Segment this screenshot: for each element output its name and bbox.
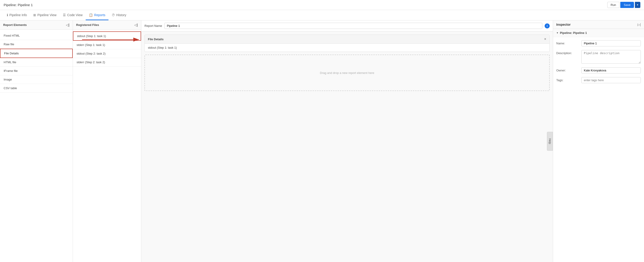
help-tab[interactable]: Help <box>547 132 553 151</box>
tab-code-view[interactable]: ☰ Code View <box>60 10 86 20</box>
tab-history[interactable]: ⏱ History <box>108 10 130 20</box>
form-label-description: Description: <box>556 50 579 55</box>
form-label-tags: Tags: <box>556 77 579 82</box>
file-details-container: File Details × stdout (Step 1: task 1) D… <box>141 31 553 262</box>
file-item-stdout-2[interactable]: stdout (Step 2: task 2) <box>73 49 141 58</box>
panel-registered-files: Registered Files ◁| stdout (Step 1: task… <box>73 20 141 262</box>
inspector-section-title-text: Pipeline: Pipeline 1 <box>560 31 587 35</box>
file-item-stdout-1[interactable]: stdout (Step 1: task 1) <box>73 31 141 41</box>
tags-input[interactable] <box>581 77 641 83</box>
element-list: Fixed HTML Raw file File Details HTML fi… <box>0 29 73 94</box>
chevron-down-icon: ▼ <box>556 32 558 34</box>
pipeline-info-icon: ℹ <box>7 13 8 17</box>
file-item-stderr-1[interactable]: stderr (Step 1: task 1) <box>73 41 141 49</box>
file-details-card: File Details × stdout (Step 1: task 1) <box>144 35 550 52</box>
element-item-fixed-html[interactable]: Fixed HTML <box>0 31 73 40</box>
tab-pipeline-view[interactable]: ⊞ Pipeline View <box>30 10 60 20</box>
inspector-title: Inspector <box>556 23 570 26</box>
run-button[interactable]: Run <box>607 2 620 8</box>
report-name-label: Report Name <box>144 24 162 27</box>
report-elements-title: Report Elements <box>3 23 27 27</box>
collapse-registered-files-button[interactable]: ◁| <box>134 23 138 27</box>
reports-icon: 📋 <box>89 13 93 17</box>
file-details-close-button[interactable]: × <box>544 37 546 41</box>
element-item-iframe-file[interactable]: IFrame file <box>0 67 73 75</box>
element-item-html-file[interactable]: HTML file <box>0 58 73 67</box>
save-dropdown-button[interactable]: ▾ <box>635 2 640 8</box>
inspector-header: Inspector ▷| <box>553 20 644 29</box>
file-details-card-header: File Details × <box>145 35 550 44</box>
file-details-content: stdout (Step 1: task 1) <box>145 44 550 52</box>
form-label-owner: Owner: <box>556 67 579 72</box>
history-icon: ⏱ <box>112 13 115 17</box>
pipeline-view-icon: ⊞ <box>33 13 36 17</box>
inspector-collapse-button[interactable]: ▷| <box>638 23 641 26</box>
main-layout: Report Elements ◁| Fixed HTML Raw file F… <box>0 20 644 262</box>
element-item-raw-file[interactable]: Raw file <box>0 40 73 49</box>
name-input[interactable] <box>581 40 641 46</box>
panel-inspector: Inspector ▷| ▼ Pipeline: Pipeline 1 Name… <box>553 20 644 262</box>
file-item-stderr-2[interactable]: stderr (Step 2: task 2) <box>73 58 141 67</box>
element-item-image[interactable]: Image <box>0 75 73 84</box>
panel-right: Report Name i File Details × stdout (Ste… <box>141 20 553 262</box>
form-row-owner: Owner: <box>556 67 641 73</box>
code-view-icon: ☰ <box>63 13 66 17</box>
toolbar-actions: Run Save ▾ <box>607 2 640 8</box>
file-list: stdout (Step 1: task 1) stderr (Step 1: … <box>73 29 141 68</box>
inspector-section: ▼ Pipeline: Pipeline 1 <box>553 29 644 37</box>
file-details-title: File Details <box>148 37 164 41</box>
save-button[interactable]: Save <box>620 2 634 8</box>
form-row-description: Description: <box>556 50 641 64</box>
page-title: Pipeline: Pipeline 1 <box>4 3 33 7</box>
form-row-name: Name: <box>556 40 641 46</box>
panel-report-elements: Report Elements ◁| Fixed HTML Raw file F… <box>0 20 73 262</box>
form-label-name: Name: <box>556 40 579 45</box>
report-elements-header: Report Elements ◁| <box>0 20 73 29</box>
report-name-input[interactable] <box>164 23 542 29</box>
file-details-filename: stdout (Step 1: task 1) <box>148 46 177 49</box>
collapse-report-elements-button[interactable]: ◁| <box>66 23 70 27</box>
tab-pipeline-info[interactable]: ℹ Pipeline Info <box>4 10 30 20</box>
tab-reports[interactable]: 📋 Reports <box>86 10 108 20</box>
drop-zone-text: Drag and drop a new report element here <box>320 71 374 75</box>
owner-input[interactable] <box>581 67 641 73</box>
nav-tabs: ℹ Pipeline Info ⊞ Pipeline View ☰ Code V… <box>0 10 644 20</box>
help-tab-wrapper: Help <box>547 132 553 151</box>
inspector-form: Name: Description: Owner: Tags: <box>553 37 644 86</box>
drop-zone[interactable]: Drag and drop a new report element here <box>144 55 550 91</box>
description-input[interactable] <box>581 50 641 64</box>
form-row-tags: Tags: <box>556 77 641 83</box>
top-bar: Pipeline: Pipeline 1 Run Save ▾ <box>0 0 644 10</box>
report-name-bar: Report Name i <box>141 20 553 31</box>
element-item-file-details[interactable]: File Details <box>0 49 73 58</box>
registered-files-title: Registered Files <box>76 23 99 27</box>
registered-files-header: Registered Files ◁| <box>73 20 141 29</box>
help-label: Help <box>548 138 552 144</box>
info-button[interactable]: i <box>545 23 550 28</box>
element-item-csv-table[interactable]: CSV table <box>0 84 73 93</box>
